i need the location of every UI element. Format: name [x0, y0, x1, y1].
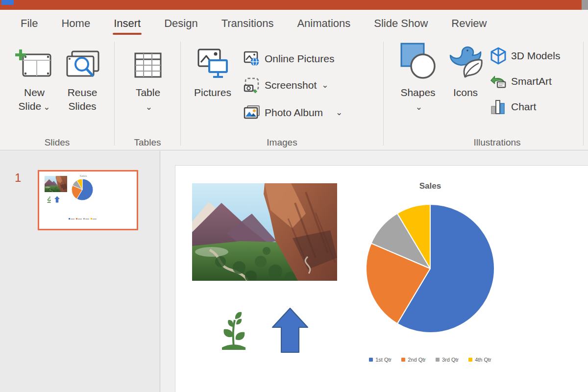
thumbnail-pie-chart [71, 178, 94, 201]
table-label: Table ⌄ [136, 86, 160, 113]
group-label-slides: Slides [0, 137, 114, 148]
online-pictures-button[interactable]: Online Pictures [244, 47, 334, 71]
active-tab-underline [113, 33, 142, 35]
group-divider [180, 42, 181, 146]
titlebar-right-cap [582, 0, 588, 10]
chart-legend: 1st Qtr 2nd Qtr 3rd Qtr 4th Qtr [349, 357, 511, 363]
group-divider [114, 42, 115, 146]
pictures-icon [196, 45, 229, 80]
chevron-down-icon: ⌄ [336, 108, 343, 117]
shapes-label: Shapes ⌄ [400, 86, 435, 113]
slide-up-arrow-shape[interactable] [271, 307, 309, 355]
chart-title: Sales [349, 181, 511, 191]
screenshot-icon [244, 77, 260, 94]
shapes-icon [399, 45, 437, 80]
tab-file[interactable]: File [9, 10, 49, 37]
title-bar [0, 0, 588, 10]
chart-bars-icon [490, 98, 507, 115]
group-label-illustrations: Illustrations [397, 137, 588, 148]
icons-button[interactable]: Icons [445, 45, 486, 99]
legend-label: 3rd Qtr [442, 357, 459, 363]
photo-album-icon [244, 105, 260, 121]
reuse-slides-label: Reuse Slides [68, 86, 98, 113]
tab-transitions[interactable]: Transitions [210, 10, 286, 37]
photo-album-button[interactable]: Photo Album ⌄ [244, 100, 343, 125]
table-icon [132, 45, 164, 80]
new-slide-icon [15, 45, 53, 80]
legend-label: 1st Qtr [375, 357, 392, 363]
screenshot-button[interactable]: Screenshot ⌄ [244, 73, 328, 98]
thumbnail-arrow-icon [54, 196, 60, 203]
workspace: 1 Sales [0, 151, 588, 392]
pictures-label: Pictures [194, 86, 231, 99]
chevron-down-icon: ⌄ [43, 102, 50, 112]
thumbnail-plant-icon [47, 196, 51, 203]
photo-album-label: Photo Album [265, 107, 323, 119]
tab-review[interactable]: Review [440, 10, 498, 37]
slide-canvas[interactable]: Sales 1st Qtr 2nd Qtr 3rd [175, 165, 588, 392]
online-pictures-icon [244, 51, 260, 67]
icons-label: Icons [453, 86, 478, 99]
3d-models-cube-icon [490, 47, 507, 65]
reuse-slides-icon [64, 45, 100, 80]
legend-marker-3rd-qtr [436, 358, 440, 362]
slide-plant-icon[interactable] [220, 309, 247, 350]
ribbon-tab-bar: File Home Insert Design Transitions Anim… [0, 10, 588, 37]
new-slide-label: New Slide⌄ [19, 86, 50, 113]
smartart-label: SmartArt [511, 75, 552, 87]
thumbnail-chart-title: Sales [72, 174, 95, 177]
legend-item: 3rd Qtr [436, 357, 459, 363]
tab-home[interactable]: Home [49, 10, 102, 37]
powerpoint-window: File Home Insert Design Transitions Anim… [0, 0, 588, 392]
icons-duck-icon [447, 45, 484, 80]
pie-chart-plot [362, 200, 499, 337]
legend-marker-2nd-qtr [401, 358, 405, 362]
slide-thumbnail-panel[interactable]: 1 Sales [0, 151, 160, 392]
new-slide-button[interactable]: New Slide⌄ [12, 45, 57, 113]
tab-slide-show[interactable]: Slide Show [362, 10, 440, 37]
chevron-down-icon: ⌄ [146, 102, 152, 112]
online-pictures-label: Online Pictures [265, 53, 334, 65]
slide-pie-chart[interactable]: Sales 1st Qtr 2nd Qtr 3rd [349, 179, 511, 356]
3d-models-label: 3D Models [511, 50, 560, 62]
tab-insert[interactable]: Insert [102, 10, 152, 37]
chart-button[interactable]: Chart [490, 95, 536, 119]
legend-label: 4th Qtr [475, 357, 491, 363]
thumbnail-photo [45, 176, 67, 192]
legend-marker-1st-qtr [369, 358, 373, 362]
ribbon: New Slide⌄ Reuse Slides Slides [0, 37, 588, 150]
group-divider [583, 42, 584, 146]
chart-label: Chart [511, 101, 536, 113]
chevron-down-icon: ⌄ [321, 81, 328, 90]
legend-label: 2nd Qtr [408, 357, 426, 363]
tab-insert-label: Insert [114, 17, 141, 30]
shapes-button[interactable]: Shapes ⌄ [396, 45, 440, 113]
pictures-button[interactable]: Pictures [190, 45, 235, 99]
smartart-icon [490, 74, 507, 89]
slide-editing-area: Sales 1st Qtr 2nd Qtr 3rd [161, 151, 588, 392]
slide-number: 1 [15, 171, 21, 185]
reuse-slides-button[interactable]: Reuse Slides [60, 45, 105, 113]
tab-animations[interactable]: Animations [285, 10, 362, 37]
group-label-images: Images [181, 137, 383, 148]
table-button[interactable]: Table ⌄ [125, 45, 171, 113]
legend-item: 4th Qtr [468, 357, 491, 363]
legend-item: 2nd Qtr [401, 357, 426, 363]
thumbnail-chart-legend [69, 218, 97, 220]
tab-design[interactable]: Design [152, 10, 209, 37]
screenshot-label: Screenshot [265, 79, 317, 91]
smartart-button[interactable]: SmartArt [490, 69, 552, 94]
slide-thumbnail-content: Sales [39, 172, 137, 229]
group-divider [383, 42, 384, 146]
slide-thumbnail-1[interactable]: Sales [38, 170, 138, 230]
3d-models-button[interactable]: 3D Models [490, 44, 560, 68]
slide-image-canyon[interactable] [192, 183, 337, 281]
legend-item: 1st Qtr [369, 357, 392, 363]
group-label-tables: Tables [115, 137, 180, 148]
chevron-down-icon: ⌄ [416, 102, 422, 112]
app-accent-block [1, 0, 14, 5]
legend-marker-4th-qtr [468, 358, 472, 362]
